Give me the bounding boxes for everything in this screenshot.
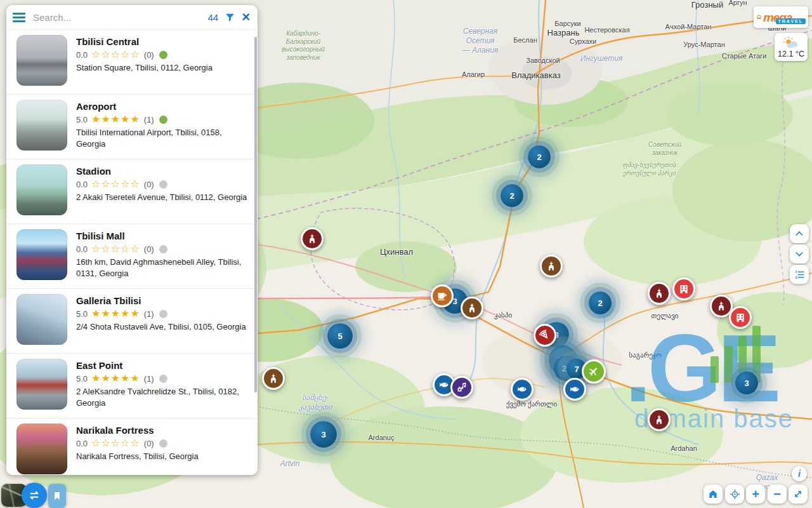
numbered-list-button[interactable]: 1 2 [790, 265, 809, 284]
place-photo [16, 229, 67, 280]
bookmark-icon [52, 491, 62, 501]
plus-icon: + [752, 488, 759, 500]
scroll-up-button[interactable] [790, 224, 809, 243]
place-photo [16, 294, 67, 345]
place-title: Aeroport [76, 101, 251, 112]
church-icon [268, 373, 279, 384]
place-address: 2 Akaki Tsereteli Avenue, Tbilisi, 0112,… [76, 192, 247, 203]
hotel-marker[interactable] [729, 306, 752, 329]
star-rating: ☆☆☆☆☆ [91, 244, 140, 254]
cafe-icon [436, 290, 448, 302]
chevron-down-icon [794, 249, 804, 259]
status-dot [159, 180, 167, 189]
weather-widget[interactable]: 12.1 °C [775, 33, 808, 61]
place-title: Galleria Tbilisi [76, 295, 246, 306]
status-dot [159, 116, 167, 124]
place-photo [16, 100, 67, 150]
zoom-in-button[interactable]: + [746, 485, 765, 504]
star-rating: ★★★★★ [91, 114, 140, 124]
rating-value: 0.0 [76, 50, 88, 60]
place-list: Tbilisi Central 0.0 ☆☆☆☆☆ (0) Station Sq… [6, 30, 258, 475]
cluster-marker[interactable]: 2 [528, 145, 551, 168]
place-photo [16, 359, 67, 410]
search-input[interactable] [32, 11, 201, 23]
brand-subtitle: TRAVEL [776, 18, 806, 24]
fish-icon [438, 379, 450, 391]
rating-value: 5.0 [76, 309, 88, 319]
cluster-marker[interactable]: 5 [327, 323, 353, 349]
cluster-marker[interactable]: 2 [589, 291, 612, 314]
review-count: (0) [144, 180, 154, 189]
scrollbar[interactable] [254, 37, 257, 392]
app: БесланНазраньБарсукиНестеровскаяСурхахиЗ… [0, 0, 812, 508]
star-rating: ☆☆☆☆☆ [91, 179, 140, 189]
home-icon [708, 489, 718, 499]
star-rating: ★★★★★ [91, 373, 140, 384]
svg-text:2: 2 [795, 275, 797, 279]
place-photo [16, 164, 67, 215]
search-bar: 44 × [6, 5, 258, 30]
place-list-item[interactable]: Stadion 0.0 ☆☆☆☆☆ (0) 2 Akaki Tsereteli … [6, 159, 258, 224]
media-marker[interactable] [450, 376, 473, 399]
status-dot [159, 245, 167, 253]
rating-value: 5.0 [76, 115, 88, 124]
place-address: Tbilisi International Airport, Tbilisi, … [76, 127, 251, 149]
cluster-marker[interactable]: 3 [310, 421, 337, 448]
fish-marker[interactable] [563, 378, 586, 401]
home-button[interactable] [704, 485, 723, 504]
minus-icon: − [773, 488, 781, 500]
fullscreen-button[interactable] [789, 485, 808, 504]
hotel-marker[interactable] [672, 277, 695, 300]
menu-icon[interactable] [13, 13, 25, 22]
cluster-marker[interactable]: 3 [735, 371, 758, 394]
place-list-item[interactable]: Narikala Fortress 0.0 ☆☆☆☆☆ (0) Narikala… [6, 418, 258, 475]
place-title: Narikala Fortress [76, 425, 199, 436]
star-rating: ☆☆☆☆☆ [91, 438, 140, 448]
place-list-item[interactable]: East Point 5.0 ★★★★★ (1) 2 AleKsandre Tv… [6, 354, 258, 418]
status-dot [159, 439, 167, 448]
scroll-down-button[interactable] [790, 244, 809, 264]
cluster-marker[interactable]: 2 [501, 184, 523, 207]
pizza-marker[interactable] [534, 324, 556, 347]
church-marker[interactable] [540, 255, 563, 277]
hotel-icon [678, 283, 690, 295]
place-title: Tbilisi Central [76, 36, 213, 47]
church-marker[interactable] [262, 367, 285, 390]
fish-icon [569, 384, 580, 395]
cafe-marker[interactable] [431, 284, 454, 307]
swap-button[interactable] [22, 483, 47, 508]
zoom-out-button[interactable]: − [768, 485, 787, 504]
svg-text:1: 1 [795, 270, 797, 274]
fish-marker[interactable] [511, 378, 534, 401]
info-button[interactable]: i [792, 466, 807, 481]
church-marker[interactable] [648, 282, 671, 305]
church-icon [546, 260, 557, 272]
plane-marker[interactable] [582, 359, 606, 384]
place-list-item[interactable]: Galleria Tbilisi 5.0 ★★★★★ (1) 2/4 Shota… [6, 289, 258, 354]
church-marker[interactable] [461, 297, 483, 319]
filter-icon[interactable] [225, 12, 235, 23]
swap-arrows-icon [27, 488, 41, 502]
status-dot [159, 310, 167, 318]
church-marker[interactable] [648, 408, 671, 431]
bookmark-button[interactable] [48, 484, 66, 508]
plane-icon [586, 363, 601, 379]
rating-value: 5.0 [76, 374, 88, 384]
church-icon [653, 414, 665, 425]
brand-logo[interactable]: mega TRAVEL [754, 6, 808, 28]
place-list-item[interactable]: Aeroport 5.0 ★★★★★ (1) Tbilisi Internati… [6, 95, 258, 159]
place-address: 2 AleKsandre Tvalchrelidze St., Tbilisi,… [76, 386, 251, 408]
locate-button[interactable] [725, 485, 744, 504]
expand-icon [793, 489, 803, 499]
info-icon: i [798, 469, 801, 479]
place-title: Stadion [76, 166, 247, 177]
close-icon[interactable]: × [242, 11, 250, 23]
place-photo [16, 35, 67, 86]
places-panel: 44 × Tbilisi Central 0.0 ☆☆☆☆☆ (0) Stati… [6, 5, 258, 475]
place-list-item[interactable]: Tbilisi Central 0.0 ☆☆☆☆☆ (0) Station Sq… [6, 30, 258, 95]
status-dot [159, 51, 167, 59]
fish-icon [516, 384, 528, 395]
place-list-item[interactable]: Tbilisi Mall 0.0 ☆☆☆☆☆ (0) 16th km, Davi… [6, 224, 258, 289]
hotel-icon [735, 312, 746, 323]
church-marker[interactable] [301, 227, 324, 250]
